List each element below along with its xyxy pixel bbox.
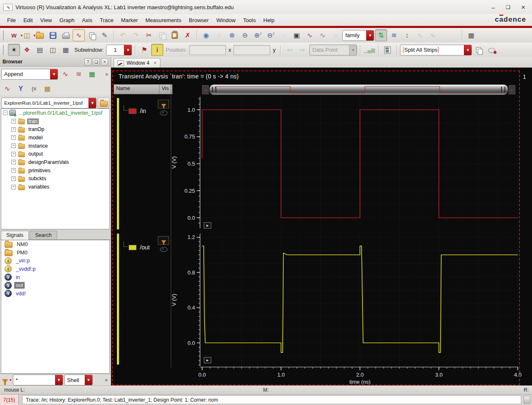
shell-select[interactable]: Shell▼	[64, 375, 93, 385]
edit-annotation-button[interactable]: ✎	[99, 29, 111, 41]
tree-item-output[interactable]: +output	[1, 150, 109, 158]
message-count-badge[interactable]: 7(15)	[0, 395, 19, 405]
print-button[interactable]	[60, 29, 72, 41]
family-select[interactable]: family▼	[342, 30, 374, 41]
dropdown-arrow-icon[interactable]: ▼	[89, 98, 96, 108]
trace-color-swatch[interactable]	[129, 108, 137, 114]
tree-item-designParamVals[interactable]: +designParamVals	[1, 158, 109, 166]
trace-name[interactable]: /in	[140, 108, 146, 114]
hide-traces-button[interactable]	[486, 44, 498, 56]
cut-button[interactable]: ✂	[143, 29, 155, 41]
trace-row-out[interactable]: /out	[129, 244, 149, 251]
signal-split-button[interactable]: Y	[15, 83, 27, 95]
menu-measurements[interactable]: Measurements	[142, 15, 185, 25]
tree-expand-icon[interactable]: +	[11, 176, 16, 181]
select-tool-button[interactable]: ✶	[8, 44, 20, 56]
fit-view-button[interactable]: ◉	[200, 29, 212, 41]
dropdown-arrow-icon[interactable]: ▼	[85, 375, 92, 385]
tree-expand-icon[interactable]: +	[11, 127, 16, 132]
tree-expand-icon[interactable]: +	[11, 160, 16, 164]
tree-expand-icon[interactable]: +	[11, 143, 16, 148]
tree-item-model[interactable]: +model	[1, 133, 109, 142]
signal-item-vinp[interactable]: i_vin:p	[1, 257, 109, 265]
dropdown-arrow-icon[interactable]: ▼	[50, 69, 58, 79]
signal-item-vvddp[interactable]: i_vvdd!:p	[1, 265, 109, 273]
duplicate-window-button[interactable]	[473, 44, 485, 56]
menu-browser[interactable]: Browser	[185, 15, 213, 25]
strip-indicator-in[interactable]	[117, 98, 119, 229]
tree-expand-icon[interactable]: +	[11, 135, 16, 140]
grid-layout-button[interactable]: ▦	[60, 44, 72, 56]
panel-help-button[interactable]: ?	[84, 58, 91, 65]
signal-item-in[interactable]: Vin	[1, 273, 109, 282]
tree-item-subckts[interactable]: +subckts	[1, 175, 109, 183]
filter-overflow-chevron[interactable]: »	[105, 377, 109, 383]
signal-item-PM0[interactable]: PM0	[1, 249, 109, 257]
trace-name[interactable]: /out	[140, 244, 149, 251]
zoom-in-2x-button[interactable]: ⊕2	[252, 29, 264, 41]
message-history-scroll[interactable]	[524, 396, 530, 404]
paste-button[interactable]	[169, 29, 181, 41]
tab-close-icon[interactable]: ×	[154, 60, 157, 66]
split-strips-button[interactable]: ⇅	[375, 29, 387, 41]
filter-funnel-icon[interactable]	[2, 379, 8, 383]
menu-tools[interactable]: Tools	[239, 15, 259, 25]
tree-expand-icon[interactable]: +	[11, 185, 16, 189]
plot-family-button[interactable]: ≋	[73, 68, 85, 80]
new-trace-button[interactable]: ∿	[1, 83, 13, 95]
info-balloon-button[interactable]: i	[151, 44, 163, 56]
table-select-button[interactable]: ▦	[41, 83, 53, 95]
window-layout-button[interactable]: ◫▾	[21, 29, 33, 41]
vertical-strips-button[interactable]: ◫	[47, 44, 59, 56]
delete-button[interactable]: ✗	[182, 29, 194, 41]
dropdown-arrow-icon[interactable]: ▼	[55, 375, 63, 385]
tree-item-variables[interactable]: +variables	[1, 183, 109, 191]
subwindow-select[interactable]: 1▼	[106, 45, 132, 55]
menu-trace[interactable]: Trace	[96, 15, 117, 25]
tree-item-tranOp[interactable]: +tranOp	[1, 125, 109, 133]
open-results-button[interactable]	[34, 29, 46, 41]
tree-expand-icon[interactable]: +	[11, 168, 16, 173]
menu-axis[interactable]: Axis	[78, 15, 96, 25]
expression-list-button[interactable]: {≡	[28, 83, 40, 95]
copy-graph-button[interactable]	[86, 29, 98, 41]
visibility-eye-icon[interactable]	[160, 109, 167, 116]
minimize-button[interactable]: –	[491, 4, 495, 10]
filter-pattern-select[interactable]: *▼	[13, 375, 63, 385]
overlay-strips-button[interactable]: ≋	[388, 29, 400, 41]
swap-strips-button[interactable]: ↕	[401, 29, 413, 41]
append-mode-select[interactable]: Append▼	[1, 69, 58, 80]
tab-search[interactable]: Search	[30, 231, 57, 239]
tree-item-instance[interactable]: +instance	[1, 142, 109, 150]
zoom-out-2x-button[interactable]: ⊖2	[265, 29, 277, 41]
save-button[interactable]	[47, 29, 59, 41]
signal-item-vdd[interactable]: Vvdd!	[1, 289, 109, 298]
strip-indicator-out[interactable]	[117, 234, 119, 365]
calculator-button[interactable]	[382, 44, 394, 56]
tree-collapse-icon[interactable]: −	[3, 111, 8, 115]
tree-root[interactable]: −...plorerRun.0/1/Lab1_inverter_1/psf	[1, 109, 109, 117]
trace-color-swatch[interactable]	[129, 245, 137, 250]
tree-expand-icon[interactable]: +	[11, 119, 16, 123]
signal-item-NM0[interactable]: NM0	[1, 240, 109, 249]
new-waveform-window-button[interactable]: w▾	[8, 29, 20, 41]
menu-help[interactable]: Help	[260, 15, 279, 25]
open-results-folder-button[interactable]	[98, 98, 109, 108]
strip-play-button[interactable]: ▶	[204, 222, 211, 229]
tree-expand-icon[interactable]: +	[11, 152, 16, 156]
close-button[interactable]: ×	[521, 4, 525, 10]
signal-item-out[interactable]: Vout	[1, 281, 109, 289]
menu-file[interactable]: File	[3, 15, 20, 25]
visibility-eye-icon[interactable]	[160, 246, 167, 252]
menu-edit[interactable]: Edit	[20, 15, 36, 25]
tree-item-primitives[interactable]: +primitives	[1, 166, 109, 175]
menu-graph[interactable]: Graph	[56, 15, 78, 25]
menu-marker[interactable]: Marker	[117, 15, 142, 25]
tab-window-4[interactable]: Window 4 ×	[114, 58, 160, 68]
waveform-canvas[interactable]: Transient Analysis `tran': time = (0 s -…	[111, 68, 532, 386]
panel-close-button[interactable]: ×	[101, 58, 108, 65]
horizontal-strips-button[interactable]: ▤	[34, 44, 46, 56]
fit-selection-button[interactable]: ▣	[291, 29, 303, 41]
zoom-in-button[interactable]: ⊕	[226, 29, 238, 41]
dropdown-arrow-icon[interactable]: ▼	[124, 45, 132, 55]
